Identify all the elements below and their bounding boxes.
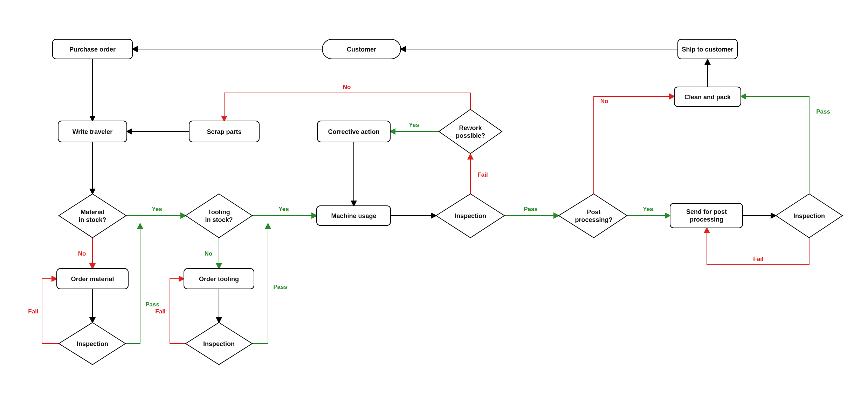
edge-postproc-no bbox=[594, 96, 674, 194]
postproc-line1: Post bbox=[587, 209, 600, 216]
sendpp-line1: Send for post bbox=[686, 208, 727, 215]
purchase-order-label: Purchase order bbox=[69, 46, 116, 53]
node-inspection-2: Inspection bbox=[776, 194, 842, 238]
insptool-label: Inspection bbox=[203, 340, 235, 347]
edge-inspmat-fail bbox=[42, 279, 59, 344]
machine-usage-label: Machine usage bbox=[331, 212, 376, 219]
node-customer: Customer bbox=[322, 39, 401, 59]
node-send-post-processing: Send for post processing bbox=[670, 203, 743, 228]
node-inspection-1: Inspection bbox=[436, 194, 504, 238]
node-material-in-stock: Material in stock? bbox=[59, 194, 126, 238]
edge-insptool-pass bbox=[252, 224, 268, 344]
order-material-label: Order material bbox=[71, 276, 114, 283]
edge-insp2-pass bbox=[741, 96, 809, 194]
node-inspection-tooling: Inspection bbox=[186, 323, 252, 365]
label-insptool-fail: Fail bbox=[155, 308, 165, 315]
node-post-processing: Post processing? bbox=[559, 194, 627, 238]
label-postproc-yes: Yes bbox=[643, 206, 653, 212]
ship-label: Ship to customer bbox=[682, 46, 733, 53]
rework-line1: Rework bbox=[459, 124, 482, 131]
inspmat-label: Inspection bbox=[77, 340, 108, 347]
tooling-line1: Tooling bbox=[208, 209, 230, 216]
node-ship-to-customer: Ship to customer bbox=[678, 39, 737, 59]
node-corrective-action: Corrective action bbox=[317, 121, 390, 142]
node-write-traveler: Write traveler bbox=[58, 121, 127, 142]
label-tooling-yes: Yes bbox=[278, 206, 289, 212]
label-rework-no: No bbox=[343, 84, 351, 90]
material-line1: Material bbox=[81, 209, 104, 216]
clean-pack-label: Clean and pack bbox=[684, 94, 731, 101]
write-traveler-label: Write traveler bbox=[73, 128, 113, 135]
svg-marker-9 bbox=[186, 194, 252, 238]
node-scrap-parts: Scrap parts bbox=[189, 121, 259, 142]
tooling-line2: in stock? bbox=[205, 216, 233, 223]
inspection1-label: Inspection bbox=[455, 212, 486, 219]
label-insp2-pass: Pass bbox=[816, 108, 830, 115]
label-insptool-pass: Pass bbox=[273, 284, 287, 290]
label-insp1-pass: Pass bbox=[524, 206, 538, 212]
label-rework-yes: Yes bbox=[409, 122, 419, 128]
label-inspmat-fail: Fail bbox=[28, 308, 38, 315]
node-purchase-order: Purchase order bbox=[53, 39, 132, 59]
postproc-line2: processing? bbox=[575, 216, 612, 223]
order-tooling-label: Order tooling bbox=[199, 276, 239, 283]
node-inspection-material: Inspection bbox=[59, 323, 125, 365]
scrap-parts-label: Scrap parts bbox=[207, 128, 241, 135]
svg-marker-12 bbox=[559, 194, 627, 238]
edge-rework-no bbox=[224, 93, 470, 121]
svg-marker-8 bbox=[59, 194, 126, 238]
label-material-yes: Yes bbox=[152, 206, 162, 212]
label-inspmat-pass: Pass bbox=[145, 301, 159, 308]
node-clean-and-pack: Clean and pack bbox=[674, 87, 741, 107]
flowchart: No Yes Fail Yes No Yes No Pass Yes No Pa… bbox=[0, 0, 868, 420]
material-line2: in stock? bbox=[78, 216, 106, 223]
sendpp-line2: processing bbox=[690, 216, 723, 223]
label-tooling-no: No bbox=[205, 250, 213, 257]
label-insp1-fail: Fail bbox=[477, 171, 488, 178]
label-material-no: No bbox=[78, 250, 86, 257]
node-order-tooling: Order tooling bbox=[184, 269, 254, 289]
label-postproc-no: No bbox=[600, 98, 608, 104]
svg-marker-6 bbox=[439, 109, 502, 154]
customer-label: Customer bbox=[347, 46, 376, 53]
inspection2-label: Inspection bbox=[793, 212, 825, 219]
label-insp2-fail: Fail bbox=[753, 256, 763, 262]
node-rework-possible: Rework possible? bbox=[439, 109, 502, 154]
node-machine-usage: Machine usage bbox=[317, 206, 391, 225]
rework-line2: possible? bbox=[456, 132, 485, 139]
corrective-action-label: Corrective action bbox=[328, 128, 379, 135]
node-tooling-in-stock: Tooling in stock? bbox=[186, 194, 252, 238]
node-order-material: Order material bbox=[57, 269, 128, 289]
edge-insptool-fail bbox=[170, 279, 186, 344]
